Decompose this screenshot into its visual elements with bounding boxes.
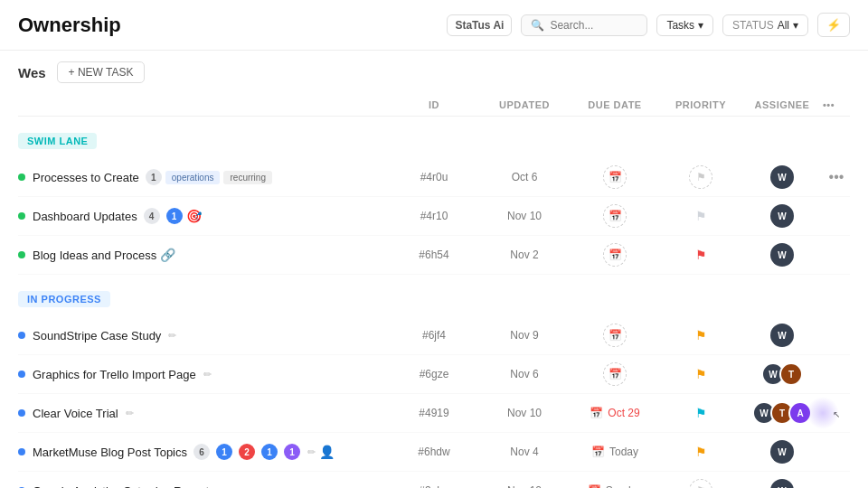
task-due-date: 📅 bbox=[570, 324, 660, 347]
task-name-inner: MarketMuse Blog Post Topics 6 1 2 1 1 ✏ … bbox=[33, 444, 335, 460]
task-name-inner: Dashboard Updates 4 1 🎯 bbox=[33, 208, 202, 224]
priority-flag-icon: ⚑ bbox=[695, 367, 707, 381]
more-options-icon[interactable]: ••• bbox=[823, 99, 835, 110]
due-date-value: Oct 29 bbox=[608, 407, 639, 419]
task-assignee: W bbox=[741, 165, 823, 189]
tag-operations: operations bbox=[165, 171, 221, 184]
task-priority: ⚑ bbox=[660, 445, 741, 459]
table-row[interactable]: SoundStripe Case Study ✏ #6jf4 Nov 9 📅 ⚑… bbox=[18, 316, 850, 355]
table-row[interactable]: MarketMuse Blog Post Topics 6 1 2 1 1 ✏ … bbox=[18, 433, 850, 472]
avatar: W bbox=[770, 440, 794, 464]
task-assignee: W T bbox=[741, 362, 823, 386]
avatar: W bbox=[770, 165, 794, 189]
priority-flag-icon: ⚑ bbox=[695, 445, 707, 459]
search-input[interactable] bbox=[550, 19, 622, 32]
task-due-date: 📅 Oct 29 bbox=[570, 407, 660, 419]
calendar-icon: 📅 bbox=[591, 446, 605, 458]
task-name: SoundStripe Case Study bbox=[33, 329, 161, 343]
tag-recurring: recurring bbox=[223, 171, 271, 184]
task-id: #4r0u bbox=[389, 171, 479, 183]
priority-icon: ⚑ bbox=[689, 165, 712, 189]
status-dot bbox=[18, 332, 25, 339]
task-due-date: 📅 bbox=[570, 204, 660, 228]
due-date-icon: 📅 bbox=[603, 165, 627, 189]
task-assignee: W bbox=[741, 440, 823, 464]
due-date-icon: 📅 bbox=[603, 243, 627, 267]
task-emoji: 🔗 bbox=[160, 248, 175, 262]
avatar-group: W T A bbox=[752, 401, 812, 425]
avatar: A bbox=[788, 401, 812, 425]
task-badge-4: 1 bbox=[284, 444, 300, 460]
task-badge-3: 1 bbox=[261, 444, 278, 460]
avatar: W bbox=[770, 479, 794, 488]
due-date-icon: 📅 bbox=[603, 362, 627, 386]
task-name-cell: Processes to Create 1 operations recurri… bbox=[18, 169, 389, 185]
calendar-icon: 📅 bbox=[590, 407, 603, 419]
status-label: STATUS bbox=[732, 19, 774, 32]
col-id: ID bbox=[389, 99, 479, 110]
search-icon: 🔍 bbox=[531, 19, 544, 32]
task-due-date: 📅 bbox=[570, 362, 660, 386]
task-id: #6h54 bbox=[389, 249, 479, 261]
avatar: W bbox=[770, 204, 794, 228]
table-row[interactable]: Blog Ideas and Process 🔗 #6h54 Nov 2 📅 ⚑… bbox=[18, 236, 850, 275]
task-emoji: 🎯 bbox=[186, 209, 202, 223]
task-name-inner: SoundStripe Case Study ✏ bbox=[33, 329, 176, 343]
task-name: Blog Ideas and Process bbox=[33, 249, 156, 262]
cursor-indicator: ↖ bbox=[833, 409, 840, 419]
status-dot bbox=[18, 212, 25, 220]
task-due-date: 📅 bbox=[570, 243, 660, 267]
task-priority: ⚑ bbox=[660, 367, 741, 381]
col-duedate: DUE DATE bbox=[570, 99, 660, 110]
task-name-inner: Google Analytics Saturday Reports bbox=[33, 484, 215, 489]
search-bar[interactable]: 🔍 bbox=[521, 14, 647, 36]
status-dot bbox=[18, 409, 25, 417]
task-name-cell: Graphics for Trello Import Page ✏ bbox=[18, 368, 389, 381]
table-row[interactable]: Clear Voice Trial ✏ #4919 Nov 10 📅 Oct 2… bbox=[18, 394, 850, 433]
task-updated: Nov 10 bbox=[479, 484, 570, 488]
task-id: #6hdw bbox=[389, 446, 479, 458]
task-name-cell: MarketMuse Blog Post Topics 6 1 2 1 1 ✏ … bbox=[18, 444, 389, 460]
avatar: W bbox=[770, 324, 794, 347]
table-row[interactable]: Google Analytics Saturday Reports #3uhe … bbox=[18, 472, 850, 488]
main-content: Wes + NEW TASK ID UPDATED DUE DATE PRIOR… bbox=[0, 51, 868, 488]
user-avatar-extra-icon: 👤 bbox=[319, 445, 335, 459]
avatar: W bbox=[770, 243, 794, 267]
task-id: #3uhe bbox=[389, 484, 479, 488]
task-name: Clear Voice Trial bbox=[33, 407, 118, 420]
col-name bbox=[18, 99, 389, 110]
table-row[interactable]: Dashboard Updates 4 1 🎯 #4r10 Nov 10 📅 ⚑… bbox=[18, 197, 850, 236]
task-name-cell: Blog Ideas and Process 🔗 bbox=[18, 248, 389, 262]
task-priority: ⚑ bbox=[660, 165, 741, 189]
task-name-cell: Clear Voice Trial ✏ bbox=[18, 407, 389, 420]
due-date-icon: 📅 bbox=[603, 324, 627, 347]
status-dot bbox=[18, 371, 25, 378]
table-row[interactable]: Graphics for Trello Import Page ✏ #6gze … bbox=[18, 355, 850, 394]
page-title: Ownership bbox=[18, 14, 447, 37]
task-assignee: W bbox=[741, 479, 823, 488]
task-badge-notif: 1 bbox=[166, 208, 183, 224]
status-dropdown[interactable]: STATUS All ▾ bbox=[722, 14, 808, 36]
task-priority: ⚑ bbox=[660, 479, 741, 488]
task-badge-1: 1 bbox=[216, 444, 232, 460]
row-more-button[interactable]: ↖ bbox=[823, 405, 850, 421]
swim-lane-section: SWIM LANE Processes to Create 1 operatio… bbox=[18, 117, 850, 275]
task-name: Processes to Create bbox=[33, 171, 139, 184]
row-more-button[interactable]: ••• bbox=[823, 169, 850, 185]
avatar: T bbox=[779, 362, 803, 386]
user-row: Wes + NEW TASK bbox=[18, 51, 850, 94]
new-task-button[interactable]: + NEW TASK bbox=[57, 61, 146, 83]
due-date-value: Sunday bbox=[606, 484, 643, 488]
table-row[interactable]: Processes to Create 1 operations recurri… bbox=[18, 158, 850, 197]
priority-dashed-icon: ⚑ bbox=[689, 479, 712, 488]
edit-icon: ✏ bbox=[168, 330, 176, 342]
edit-icon: ✏ bbox=[126, 408, 134, 419]
col-more: ••• bbox=[823, 99, 850, 110]
tasks-label: Tasks bbox=[666, 19, 694, 32]
task-name: Graphics for Trello Import Page bbox=[33, 368, 196, 381]
task-badge: 4 bbox=[144, 208, 160, 224]
filter-button[interactable]: ⚡ bbox=[817, 13, 850, 37]
tasks-dropdown[interactable]: Tasks ▾ bbox=[656, 14, 713, 36]
task-id: #6gze bbox=[389, 368, 479, 380]
task-priority: ⚑ bbox=[660, 328, 741, 343]
